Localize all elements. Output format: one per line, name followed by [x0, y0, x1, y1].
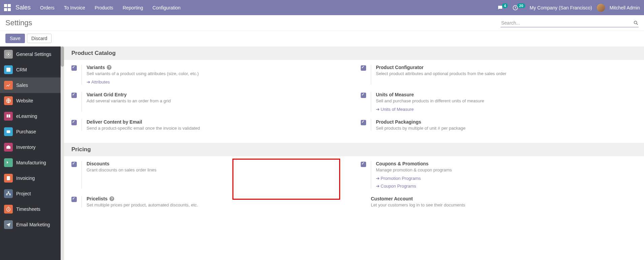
menu-configuration[interactable]: Configuration	[153, 5, 181, 10]
svg-rect-6	[7, 176, 10, 180]
checkbox-packaging[interactable]	[361, 120, 366, 125]
top-navbar: Sales Orders To Invoice Products Reporti…	[0, 0, 644, 15]
search-icon[interactable]	[633, 20, 639, 26]
sidebar-item-label: eLearning	[16, 113, 37, 119]
checkbox-uom[interactable]	[361, 93, 366, 98]
setting-customer-account-title: Customer Account	[371, 196, 413, 201]
apps-icon[interactable]	[4, 4, 11, 11]
sidebar-item-crm[interactable]: CRM	[0, 62, 61, 77]
help-icon[interactable]: ?	[107, 65, 111, 70]
setting-grid-desc: Add several variants to an order from a …	[87, 98, 347, 103]
sidebar-item-elearning[interactable]: eLearning	[0, 108, 61, 124]
checkbox-coupons[interactable]	[361, 162, 366, 167]
checkbox-deliver[interactable]	[71, 120, 77, 125]
setting-coupons-desc: Manage promotion & coupon programs	[376, 167, 637, 172]
sidebar-item-label: Project	[16, 191, 31, 196]
sidebar-item-label: Inventory	[16, 144, 36, 150]
sidebar-item-label: Website	[16, 98, 33, 103]
svg-point-2	[8, 54, 9, 55]
help-icon[interactable]: ?	[109, 196, 114, 201]
svg-rect-3	[6, 68, 10, 72]
sidebar-item-label: Invoicing	[16, 175, 35, 181]
sidebar-item-label: General Settings	[16, 52, 51, 57]
sidebar-item-label: Email Marketing	[16, 222, 50, 227]
sidebar-item-sales[interactable]: Sales	[0, 77, 61, 93]
chat-indicator[interactable]: 4	[497, 5, 508, 11]
checkbox-pricelists[interactable]	[71, 197, 77, 202]
settings-sidebar: General Settings CRM Sales Website eLear…	[0, 46, 61, 260]
sidebar-item-email-marketing[interactable]: Email Marketing	[0, 217, 61, 232]
arrow-icon: ➔	[87, 79, 90, 85]
sidebar-item-label: Sales	[16, 83, 28, 88]
page-title: Settings	[5, 19, 32, 27]
arrow-icon: ➔	[376, 176, 380, 181]
checkbox-configurator[interactable]	[361, 65, 366, 71]
search-wrap	[501, 19, 639, 27]
sidebar-item-manufacturing[interactable]: Manufacturing	[0, 155, 61, 170]
section-pricing: Pricing	[64, 143, 644, 156]
chat-badge: 4	[502, 3, 508, 8]
checkbox-grid[interactable]	[71, 93, 77, 98]
action-bar: Save Discard	[0, 31, 644, 46]
svg-rect-5	[7, 130, 10, 133]
setting-packaging-title: Product Packagings	[376, 119, 421, 125]
setting-pricelists-desc: Set multiple prices per product, automat…	[87, 202, 347, 207]
arrow-icon: ➔	[376, 107, 380, 112]
subheader: Settings	[0, 15, 644, 31]
settings-content: Product Catalog Variants? Sell variants …	[64, 46, 644, 260]
menu-reporting[interactable]: Reporting	[123, 5, 143, 10]
sidebar-item-label: Purchase	[16, 129, 36, 134]
menu-to-invoice[interactable]: To Invoice	[64, 5, 85, 10]
sidebar-item-timesheets[interactable]: Timesheets	[0, 201, 61, 217]
setting-coupons-title: Coupons & Promotions	[376, 161, 428, 166]
setting-packaging-desc: Sell products by multiple of unit # per …	[376, 126, 637, 131]
discard-button[interactable]: Discard	[27, 34, 52, 43]
setting-uom-desc: Sell and purchase products in different …	[376, 98, 637, 103]
sidebar-item-inventory[interactable]: Inventory	[0, 139, 61, 155]
setting-variants-title: Variants	[87, 65, 105, 70]
setting-deliver-desc: Send a product-specific email once the i…	[87, 126, 347, 131]
setting-grid-title: Variant Grid Entry	[87, 92, 127, 97]
link-promotion-programs[interactable]: ➔Promotion Programs	[376, 176, 637, 181]
setting-discounts-title: Discounts	[87, 161, 109, 166]
avatar[interactable]	[597, 4, 605, 12]
setting-uom-title: Units of Measure	[376, 92, 414, 97]
setting-customer-account-desc: Let your customers log in to see their d…	[371, 202, 637, 207]
sidebar-item-purchase[interactable]: Purchase	[0, 124, 61, 139]
link-attributes[interactable]: ➔Attributes	[87, 79, 347, 85]
sidebar-item-invoicing[interactable]: Invoicing	[0, 170, 61, 186]
top-menu: Orders To Invoice Products Reporting Con…	[40, 5, 181, 10]
checkbox-discounts[interactable]	[71, 162, 77, 167]
setting-pricelists-title: Pricelists	[87, 196, 107, 201]
activity-indicator[interactable]: 20	[512, 5, 525, 11]
link-coupon-programs[interactable]: ➔Coupon Programs	[376, 184, 637, 189]
section-product-catalog: Product Catalog	[64, 46, 644, 60]
search-input[interactable]	[501, 19, 631, 27]
svg-point-1	[634, 21, 637, 24]
app-brand[interactable]: Sales	[15, 4, 31, 11]
activity-badge: 20	[517, 3, 525, 8]
setting-discounts-desc: Grant discounts on sales order lines	[87, 167, 347, 172]
sidebar-scrollbar[interactable]	[61, 46, 64, 260]
sidebar-item-website[interactable]: Website	[0, 93, 61, 108]
setting-deliver-title: Deliver Content by Email	[87, 119, 142, 125]
link-uom[interactable]: ➔Units of Measure	[376, 107, 637, 112]
menu-orders[interactable]: Orders	[40, 5, 55, 10]
company-name[interactable]: My Company (San Francisco)	[530, 5, 592, 10]
menu-products[interactable]: Products	[95, 5, 113, 10]
user-name[interactable]: Mitchell Admin	[610, 5, 640, 10]
setting-configurator-title: Product Configurator	[376, 65, 424, 70]
sidebar-item-label: CRM	[16, 67, 27, 72]
setting-variants-desc: Sell variants of a product using attribu…	[87, 71, 347, 76]
setting-configurator-desc: Select product attributes and optional p…	[376, 71, 637, 76]
sidebar-item-label: Timesheets	[16, 206, 40, 212]
checkbox-variants[interactable]	[71, 65, 77, 71]
save-button[interactable]: Save	[5, 34, 25, 43]
sidebar-item-general-settings[interactable]: General Settings	[0, 46, 61, 62]
sidebar-item-project[interactable]: Project	[0, 186, 61, 201]
sidebar-item-label: Manufacturing	[16, 160, 46, 165]
arrow-icon: ➔	[376, 184, 380, 189]
